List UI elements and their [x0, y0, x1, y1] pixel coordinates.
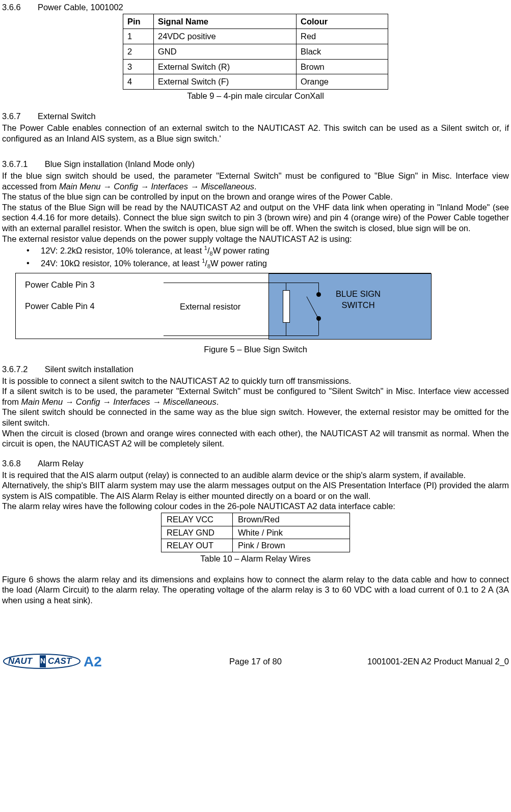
paragraph: The status of the Blue Sign will be read…	[2, 202, 509, 234]
section-number: 3.6.7.2	[2, 364, 28, 375]
paragraph: When the circuit is closed (brown and or…	[2, 428, 509, 449]
nav-path: Main Menu → Config → Interfaces → Miscel…	[21, 397, 217, 406]
heading-3-6-7: 3.6.7 External Switch	[2, 111, 509, 122]
paragraph: Figure 6 shows the alarm relay and its d…	[2, 574, 509, 606]
diagram-label-pin4: Power Cable Pin 4	[25, 301, 95, 312]
paragraph: If a silent switch is to be used, the pa…	[2, 386, 509, 407]
page-number: Page 17 of 80	[229, 656, 282, 667]
svg-text:CAST: CAST	[48, 656, 72, 666]
figure-5-caption: Figure 5 – Blue Sign Switch	[2, 344, 509, 355]
paragraph: The alarm relay wires have the following…	[2, 501, 509, 512]
svg-text:A2: A2	[84, 654, 102, 669]
paragraph: The Power Cable enables connection of an…	[2, 123, 509, 144]
paragraph: It is possible to connect a silent switc…	[2, 376, 509, 386]
section-title: External Switch	[38, 111, 96, 122]
nauticast-a2-logo: NAUT N CAST A2	[2, 652, 109, 670]
paragraph: The silent switch should be connected in…	[2, 407, 509, 428]
table-row: RELAY GND White / Pink	[162, 526, 350, 539]
resistor-icon	[283, 290, 290, 323]
paragraph: The external resistor value depends on t…	[2, 234, 509, 244]
heading-3-6-7-1: 3.6.7.1 Blue Sign installation (Inland M…	[2, 159, 509, 170]
table-relay: RELAY VCC Brown/Red RELAY GND White / Pi…	[161, 513, 350, 552]
bullet-list: 12V: 2.2kΩ resistor, 10% tolerance, at l…	[2, 245, 509, 270]
table-9-caption: Table 9 – 4-pin male circular ConXall	[2, 91, 509, 101]
list-item: 12V: 2.2kΩ resistor, 10% tolerance, at l…	[26, 245, 509, 258]
th-colour: Colour	[297, 14, 388, 29]
section-title: Power Cable, 1001002	[38, 2, 123, 13]
paragraph: If the blue sign switch should be used, …	[2, 171, 509, 191]
heading-3-6-6: 3.6.6 Power Cable, 1001002	[2, 2, 509, 13]
paragraph: The status of the blue sign can be contr…	[2, 191, 509, 202]
th-signal: Signal Name	[154, 14, 297, 29]
table-row: RELAY VCC Brown/Red	[162, 513, 350, 526]
nav-path: Main Menu → Config → Interfaces → Miscel…	[59, 182, 254, 191]
table-row: 3 External Switch (R) Brown	[123, 59, 388, 74]
section-number: 3.6.6	[2, 2, 21, 13]
heading-3-6-7-2: 3.6.7.2 Silent switch installation	[2, 364, 509, 375]
section-number: 3.6.7	[2, 111, 21, 122]
doc-id: 1001001-2EN A2 Product Manual 2_0	[367, 656, 509, 667]
table-pinout: Pin Signal Name Colour 1 24VDC positive …	[123, 14, 388, 90]
paragraph: Alternatively, the ship's BIIT alarm sys…	[2, 480, 509, 501]
table-row: 1 24VDC positive Red	[123, 29, 388, 44]
svg-text:NAUT: NAUT	[8, 656, 33, 666]
section-title: Silent switch installation	[45, 364, 133, 375]
table-10-caption: Table 10 – Alarm Relay Wires	[2, 553, 509, 564]
list-item: 24V: 10kΩ resistor, 10% tolerance, at le…	[26, 258, 509, 270]
paragraph: It is required that the AIS alarm output…	[2, 470, 509, 481]
section-number: 3.6.7.1	[2, 159, 28, 170]
table-row: 4 External Switch (F) Orange	[123, 74, 388, 90]
diagram-label-pin3: Power Cable Pin 3	[25, 279, 95, 290]
diagram-label-blue-sign: BLUE SIGN SWITCH	[336, 289, 381, 311]
section-title: Blue Sign installation (Inland Mode only…	[45, 159, 195, 170]
th-pin: Pin	[123, 14, 154, 29]
diagram-label-resistor: External resistor	[180, 301, 240, 312]
svg-text:N: N	[40, 657, 45, 665]
figure-5-diagram: Power Cable Pin 3 Power Cable Pin 4 Exte…	[15, 273, 509, 339]
page-footer: NAUT N CAST A2 Page 17 of 80 1001001-2EN…	[2, 652, 509, 670]
table-row: 2 GND Black	[123, 44, 388, 59]
section-title: Alarm Relay	[38, 458, 84, 469]
table-row: RELAY OUT Pink / Brown	[162, 539, 350, 552]
section-number: 3.6.8	[2, 458, 21, 469]
heading-3-6-8: 3.6.8 Alarm Relay	[2, 458, 509, 469]
